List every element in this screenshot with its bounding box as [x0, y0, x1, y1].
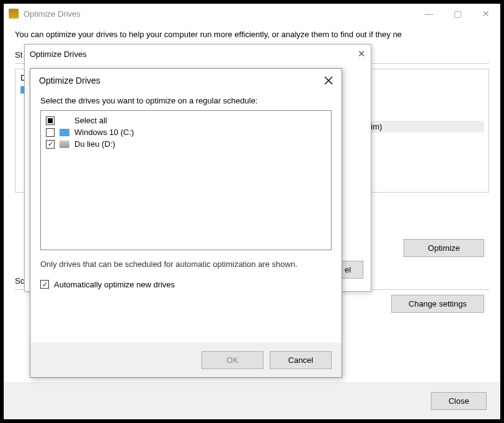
change-settings-button[interactable]: Change settings	[391, 295, 484, 313]
parent-titlebar: Optimize Drives — ▢ ✕	[4, 4, 500, 24]
parent-bottom-bar: Close	[4, 382, 500, 419]
front-titlebar: Optimize Drives	[30, 69, 342, 92]
maximize-button[interactable]: ▢	[443, 4, 472, 23]
drive-c-checkbox[interactable]	[46, 128, 55, 137]
drive-c-label: Windows 10 (C:)	[74, 128, 134, 137]
select-all-checkbox[interactable]	[46, 116, 55, 125]
close-icon[interactable]: ✕	[358, 48, 366, 59]
change-settings-row: Change settings	[391, 295, 484, 313]
auto-optimize-label: Automatically optimize new drives	[54, 280, 175, 289]
mid-titlebar: Optimize Drives ✕	[25, 45, 371, 63]
front-title: Optimize Drives	[39, 76, 100, 85]
front-dialog: Optimize Drives Select the drives you wa…	[30, 68, 342, 378]
auto-optimize-row[interactable]: Automatically optimize new drives	[40, 280, 332, 289]
drives-listbox[interactable]: Select all Windows 10 (C:) Du lieu (D:)	[40, 110, 332, 250]
drive-item-d[interactable]: Du lieu (D:)	[46, 138, 326, 150]
minimize-button[interactable]: —	[415, 4, 443, 23]
drive-icon	[60, 129, 69, 136]
front-body: Select the drives you want to optimize o…	[30, 92, 342, 342]
select-all-item[interactable]: Select all	[46, 115, 326, 126]
optimize-button-row: Optimize	[404, 239, 484, 257]
intro-text: You can optimize your drives to help you…	[15, 30, 489, 40]
drive-item-c[interactable]: Windows 10 (C:)	[46, 126, 326, 138]
close-parent-button[interactable]: Close	[431, 392, 487, 410]
optimize-button[interactable]: Optimize	[404, 239, 484, 257]
app-icon	[9, 9, 19, 19]
parent-title: Optimize Drives	[24, 9, 415, 19]
front-footer: OK Cancel	[30, 342, 342, 377]
drive-d-checkbox[interactable]	[46, 140, 55, 149]
parent-system-buttons: — ▢ ✕	[415, 4, 500, 23]
note-text: Only drives that can be scheduled for au…	[40, 259, 332, 270]
mid-title: Optimize Drives	[30, 50, 87, 59]
drive-d-label: Du lieu (D:)	[74, 139, 115, 149]
cancel-button[interactable]: Cancel	[270, 351, 332, 369]
select-all-label: Select all	[74, 116, 107, 125]
instruction-text: Select the drives you want to optimize o…	[40, 96, 332, 105]
close-icon[interactable]	[324, 76, 333, 85]
close-button[interactable]: ✕	[472, 4, 500, 23]
ok-button[interactable]: OK	[201, 351, 263, 369]
auto-optimize-checkbox[interactable]	[40, 280, 49, 289]
drive-icon	[60, 141, 69, 148]
